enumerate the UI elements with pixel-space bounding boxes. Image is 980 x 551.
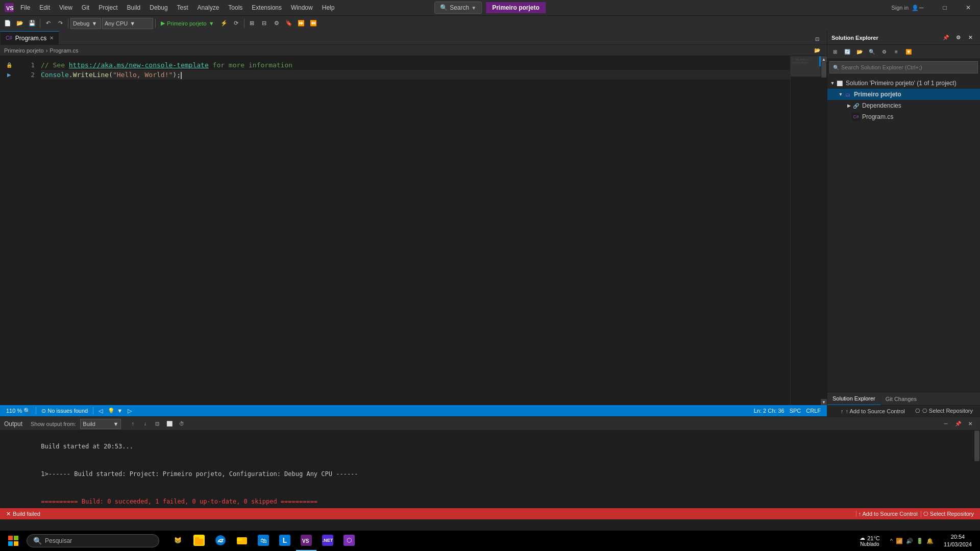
breadcrumb-file[interactable]: Program.cs <box>50 47 78 54</box>
scroll-down-button[interactable]: ▼ <box>821 399 827 405</box>
encoding-indicator[interactable]: SPC <box>788 408 803 414</box>
output-scrollbar[interactable] <box>974 431 980 508</box>
undo-button[interactable]: ↶ <box>42 18 54 29</box>
se-tab-git-changes[interactable]: Git Changes <box>880 392 922 406</box>
toolbar-btn-6[interactable]: ⏩ <box>296 18 307 29</box>
no-issues-indicator[interactable]: ⊙ No issues found <box>39 408 90 414</box>
menu-tools[interactable]: Tools <box>224 2 247 13</box>
volume-icon[interactable]: 🔊 <box>906 538 913 544</box>
se-options-button[interactable]: ⚙ <box>952 32 964 43</box>
nav-button-next[interactable]: 💡 ▼ <box>106 408 125 414</box>
toolbar-btn-7[interactable]: ⏪ <box>308 18 319 29</box>
menu-analyze[interactable]: Analyze <box>193 2 224 13</box>
output-btn-5[interactable]: ⏱ <box>176 418 187 430</box>
nav-button-right[interactable]: ▷ <box>126 408 134 414</box>
battery-icon[interactable]: 🔋 <box>916 538 923 544</box>
se-project-item[interactable]: ▼ 🗂 Primeiro porjeto <box>827 89 980 100</box>
menu-view[interactable]: View <box>55 2 77 13</box>
menu-window[interactable]: Window <box>287 2 317 13</box>
se-programcs-item[interactable]: C# Program.cs <box>827 111 980 122</box>
select-repository-button[interactable]: ⎔ ⎔ Select Repository <box>912 407 976 415</box>
toolbar-btn-3[interactable]: ⊟ <box>259 18 270 29</box>
clock[interactable]: 20:54 11/03/2024 <box>940 533 976 549</box>
breadcrumb-project[interactable]: Primeiro porjeto <box>4 47 44 54</box>
search-button[interactable]: 🔍 Search ▼ <box>434 2 482 14</box>
zoom-level[interactable]: 110 % 🔍 <box>4 408 33 414</box>
se-solution-item[interactable]: ▼ ⬜ Solution 'Primeiro porjeto' (1 of 1 … <box>827 78 980 89</box>
se-close-button[interactable]: ✕ <box>965 32 976 43</box>
se-filter-button[interactable]: 🔽 <box>903 46 914 58</box>
close-button[interactable]: ✕ <box>957 0 980 15</box>
se-toolbar-btn-3[interactable]: 📂 <box>854 46 865 58</box>
editor-scrollbar[interactable]: ▲ ▼ <box>821 56 827 405</box>
menu-project[interactable]: Project <box>94 2 121 13</box>
taskbar-letter-app[interactable]: L <box>275 531 295 551</box>
notification-icon[interactable]: 🔔 <box>926 538 934 544</box>
output-source-dropdown[interactable]: Build ▼ <box>80 419 121 429</box>
se-pin-button[interactable]: 📌 <box>940 32 951 43</box>
output-btn-2[interactable]: ↓ <box>139 418 151 430</box>
nav-button-prev[interactable]: ◁ <box>96 408 105 414</box>
output-pin-button[interactable]: 📌 <box>952 418 964 430</box>
toolbar-btn-1[interactable]: ⟳ <box>231 18 242 29</box>
scroll-track[interactable] <box>821 62 827 399</box>
se-toolbar-btn-2[interactable]: 🔄 <box>842 46 853 58</box>
minimize-button[interactable]: ─ <box>910 0 933 15</box>
menu-file[interactable]: File <box>16 2 34 13</box>
maximize-button[interactable]: □ <box>933 0 957 15</box>
menu-test[interactable]: Test <box>173 2 192 13</box>
se-toolbar-btn-4[interactable]: 🔍 <box>866 46 877 58</box>
wifi-icon[interactable]: 📶 <box>896 538 903 544</box>
menu-help[interactable]: Help <box>318 2 339 13</box>
line-ending-indicator[interactable]: CRLF <box>804 408 823 414</box>
add-source-control-status[interactable]: ↑ Add to Source Control <box>856 511 920 517</box>
expand-tray-icon[interactable]: ^ <box>890 538 893 544</box>
output-btn-4[interactable]: ⬜ <box>164 418 175 430</box>
open-file-button[interactable]: 📂 <box>14 18 26 29</box>
taskbar-dotnet-app[interactable]: .NET <box>317 531 338 551</box>
tab-close-button[interactable]: ✕ <box>50 35 54 41</box>
add-to-source-control-button[interactable]: ↑ ↑ Add to Source Control <box>838 407 908 415</box>
taskbar-search[interactable]: 🔍 Pesquisar <box>27 534 159 547</box>
taskbar-purple-app[interactable]: ⬡ <box>339 531 359 551</box>
code-editor[interactable]: // See https://aka.ms/new-console-templa… <box>37 56 790 405</box>
scroll-up-button[interactable]: ▲ <box>821 56 827 62</box>
se-dependencies-item[interactable]: ▶ 🔗 Dependencies <box>827 100 980 111</box>
taskbar-store-app[interactable]: 🛍 <box>253 531 274 551</box>
menu-git[interactable]: Git <box>78 2 93 13</box>
menu-build[interactable]: Build <box>123 2 145 13</box>
output-scroll-thumb[interactable] <box>974 431 979 461</box>
new-file-button[interactable]: 📄 <box>2 18 13 29</box>
debug-config-dropdown[interactable]: Debug ▼ <box>70 18 101 29</box>
scroll-thumb[interactable] <box>821 62 826 78</box>
run-button[interactable]: ▶ Primeiro porjeto ▼ <box>158 19 217 28</box>
menu-edit[interactable]: Edit <box>35 2 54 13</box>
output-collapse-button[interactable]: ─ <box>940 418 951 430</box>
attach-button[interactable]: ⚡ <box>218 18 230 29</box>
output-btn-3[interactable]: ⊡ <box>152 418 163 430</box>
open-file-icon[interactable]: 📂 <box>812 45 823 56</box>
menu-debug[interactable]: Debug <box>145 2 172 13</box>
taskbar-emoji-app[interactable]: 😸 <box>167 531 188 551</box>
redo-button[interactable]: ↷ <box>55 18 66 29</box>
weather-widget[interactable]: ☁ 21°C Nublado <box>855 535 884 547</box>
toolbar-btn-2[interactable]: ⊞ <box>247 18 258 29</box>
line-col-indicator[interactable]: Ln: 2 Ch: 36 <box>752 408 787 414</box>
select-repository-status[interactable]: ⎔ Select Repository <box>921 511 976 517</box>
taskbar-vs-app[interactable]: VS <box>296 531 316 551</box>
signin-label[interactable]: Sign in <box>891 5 909 11</box>
taskbar-folder-app[interactable] <box>232 531 252 551</box>
toolbar-btn-4[interactable]: ⚙ <box>271 18 282 29</box>
taskbar-edge-app[interactable] <box>210 531 231 551</box>
save-button[interactable]: 💾 <box>27 18 38 29</box>
se-toolbar-btn-1[interactable]: ⊞ <box>829 46 841 58</box>
menu-extensions[interactable]: Extensions <box>248 2 286 13</box>
output-btn-1[interactable]: ↑ <box>127 418 138 430</box>
output-close-button[interactable]: ✕ <box>965 418 976 430</box>
toolbar-btn-5[interactable]: 🔖 <box>283 18 295 29</box>
taskbar-files-app[interactable] <box>189 531 209 551</box>
se-tab-solution-explorer[interactable]: Solution Explorer <box>827 392 880 406</box>
tab-program-cs[interactable]: C# Program.cs ✕ <box>0 31 59 44</box>
split-editor-button[interactable]: ⊡ <box>812 33 823 44</box>
se-toolbar-btn-5[interactable]: ⚙ <box>878 46 890 58</box>
